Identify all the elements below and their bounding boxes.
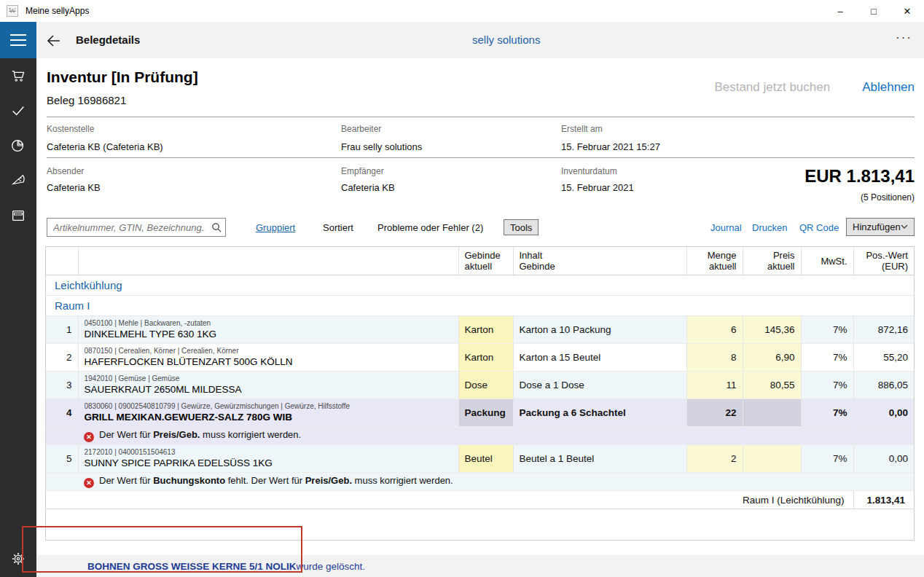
value-inventurdatum: 15. Februar 2021: [561, 182, 634, 193]
print-link[interactable]: Drucken: [752, 222, 787, 233]
label-bearbeiter: Bearbeiter: [341, 124, 381, 134]
app-bar: Belegdetails selly solutions ···: [0, 22, 924, 58]
article-meta: 0870150 | Cerealien, Körner | Cerealien,…: [85, 346, 453, 356]
error-row: ✕Der Wert für Preis/Geb. muss korrigiert…: [46, 427, 914, 445]
menge-cell[interactable]: 11: [686, 372, 743, 399]
label-absender: Absender: [47, 166, 84, 176]
sidebar-item-cart[interactable]: [0, 58, 36, 93]
total-amount: EUR 1.813,41: [804, 166, 915, 187]
inhalt-cell: Beutel a 1 Beutel: [513, 445, 686, 473]
label-empfaenger: Empfänger: [341, 166, 384, 176]
position-count: (5 Positionen): [861, 192, 915, 203]
error-icon: ✕: [84, 432, 94, 442]
positions-table: Gebinde aktuell Inhalt Gebinde Menge akt…: [45, 246, 915, 541]
mwst-cell: 7%: [801, 399, 853, 427]
table-row-selected[interactable]: 4 0830060 | 09002540810799 | Gewürze, Ge…: [46, 399, 914, 427]
sidebar-item-food[interactable]: [0, 163, 36, 198]
mwst-cell: 7%: [801, 316, 853, 344]
article-name: SUNNY SPICE PAPRIKA EDELSÜSS 1KG: [85, 457, 453, 470]
pizza-icon: [10, 173, 26, 189]
inhalt-cell: Dose a 1 Dose: [513, 372, 686, 399]
article-meta: 2172010 | 04000151504613: [85, 447, 453, 457]
document-number: Beleg 16986821: [47, 94, 126, 106]
value-empfaenger: Cafeteria KB: [341, 182, 395, 193]
preis-cell[interactable]: 145,36: [743, 316, 801, 344]
pie-chart-icon: [10, 138, 26, 154]
more-options-button[interactable]: ···: [896, 31, 912, 45]
add-button[interactable]: Hinzufügen: [846, 218, 915, 236]
value-absender: Cafeteria KB: [47, 182, 101, 193]
article-meta: 0830060 | 09002540810799 | Gewürze, Gewü…: [85, 401, 453, 411]
value-bearbeiter: Frau selly solutions: [341, 141, 422, 152]
sidebar-item-tasks[interactable]: [0, 93, 36, 128]
sidebar-item-catalog[interactable]: [0, 198, 36, 233]
book-icon: [10, 208, 26, 224]
preis-cell[interactable]: 6,90: [743, 344, 801, 372]
subtotal-value: 1.813,41: [853, 491, 914, 509]
table-row[interactable]: 3 1942010 | Gemüse | Gemüse SAUERKRAUT 2…: [46, 372, 914, 399]
gear-icon: [10, 551, 26, 567]
menge-cell[interactable]: 8: [686, 344, 743, 372]
table-row[interactable]: 1 0450100 | Mehle | Backwaren, -zutaten …: [46, 316, 914, 344]
brand-label: selly solutions: [472, 34, 540, 46]
gebinde-cell[interactable]: Dose: [458, 372, 513, 399]
subtotal-row: Raum I (Leichtkühlung) 1.813,41: [46, 491, 914, 509]
mwst-cell: 7%: [801, 445, 853, 473]
book-stock-button: Bestand jetzt buchen: [714, 80, 830, 95]
col-menge[interactable]: Menge aktuell: [686, 247, 743, 275]
maximize-button[interactable]: □: [857, 0, 890, 22]
article-name: GRILL MEXIKAN.GEWUERZ-SALZ 780G WIB: [85, 411, 453, 424]
chevron-down-icon: [901, 224, 908, 229]
value-kostenstelle: Cafeteria KB (Cafeteria KB): [47, 141, 163, 152]
gebinde-cell[interactable]: Karton: [458, 316, 513, 344]
menge-cell[interactable]: 22: [686, 399, 743, 427]
journal-link[interactable]: Journal: [710, 222, 742, 233]
tools-button[interactable]: Tools: [504, 219, 539, 235]
gebinde-cell[interactable]: Beutel: [458, 445, 513, 473]
page-breadcrumb-title: Belegdetails: [76, 34, 140, 46]
inhalt-cell: Karton a 10 Packung: [513, 316, 686, 344]
back-button[interactable]: [45, 32, 63, 50]
group-row-raum-1[interactable]: Raum I: [46, 296, 914, 316]
group-row-leichtkuehlung[interactable]: Leichtkühlung: [46, 275, 914, 296]
search-icon[interactable]: [208, 222, 225, 233]
preis-cell[interactable]: 80,55: [743, 372, 801, 399]
filter-problems-link[interactable]: Probleme oder Fehler (2): [377, 222, 483, 233]
gebinde-cell[interactable]: Karton: [458, 344, 513, 372]
preis-cell[interactable]: [743, 445, 801, 473]
sidebar-settings-button[interactable]: [0, 545, 36, 573]
wert-cell: 886,05: [853, 372, 914, 399]
gebinde-cell[interactable]: Packung: [458, 399, 513, 427]
document-title: Inventur [In Prüfung]: [47, 68, 198, 86]
table-row[interactable]: 2 0870150 | Cerealien, Körner | Cerealie…: [46, 344, 914, 372]
col-mwst[interactable]: MwSt.: [801, 247, 853, 275]
label-kostenstelle: Kostenstelle: [47, 124, 94, 134]
add-button-label: Hinzufügen: [853, 221, 901, 232]
value-erstellt-am: 15. Februar 2021 15:27: [561, 141, 660, 152]
col-preis[interactable]: Preis aktuell: [743, 247, 801, 275]
article-meta: 0450100 | Mehle | Backwaren, -zutaten: [85, 318, 453, 328]
menge-cell[interactable]: 6: [686, 316, 743, 344]
filter-sorted-link[interactable]: Sortiert: [323, 222, 353, 233]
reject-button[interactable]: Ablehnen: [862, 80, 915, 95]
search-input[interactable]: [47, 222, 208, 233]
hamburger-menu-button[interactable]: [0, 22, 36, 58]
sidebar-item-reports[interactable]: [0, 128, 36, 163]
close-button[interactable]: ✕: [890, 0, 924, 22]
label-inventurdatum: Inventurdatum: [561, 166, 617, 176]
search-box[interactable]: [47, 218, 226, 237]
col-gebinde[interactable]: Gebinde aktuell: [458, 247, 513, 275]
notification-bar: BOHNEN GROSS WEISSE KERNE 5/1 NOLIK wurd…: [36, 555, 924, 577]
minimize-button[interactable]: –: [823, 0, 857, 22]
col-wert[interactable]: Pos.-Wert (EUR): [853, 247, 914, 275]
table-row[interactable]: 5 2172010 | 04000151504613 SUNNY SPICE P…: [46, 445, 914, 473]
filter-grouped-link[interactable]: Gruppiert: [256, 222, 295, 233]
article-name: DINKELMEHL TYPE 630 1KG: [85, 328, 453, 341]
error-row: ✕Der Wert für Buchungskonto fehlt. Der W…: [46, 473, 914, 491]
menge-cell[interactable]: 2: [686, 445, 743, 473]
preis-cell[interactable]: [743, 399, 801, 427]
col-inhalt[interactable]: Inhalt Gebinde: [513, 247, 686, 275]
divider: [47, 157, 915, 158]
wert-cell: 55,20: [853, 344, 914, 372]
qr-code-link[interactable]: QR Code: [799, 222, 839, 233]
